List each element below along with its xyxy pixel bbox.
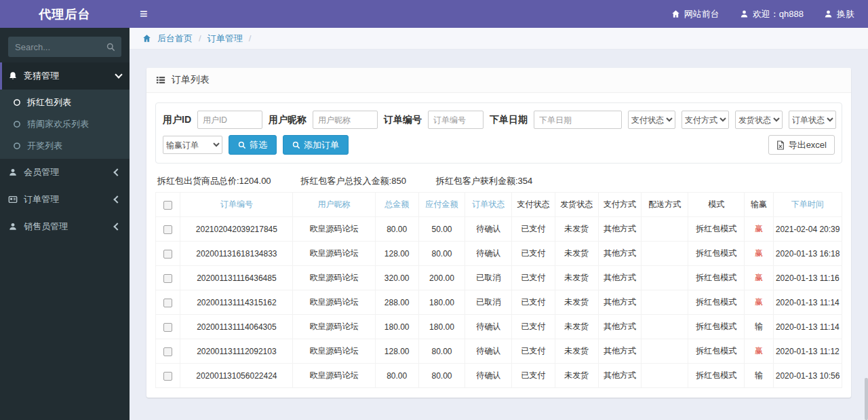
pay-status-cell: 已支付 <box>512 266 555 290</box>
table-row: 202102042039217845欧皇源码论坛80.0050.00待确认已支付… <box>156 217 842 242</box>
time-cell: 2020-01-13 10:56 <box>773 364 842 388</box>
column-header[interactable]: 订单状态 <box>465 193 512 217</box>
breadcrumb-home-link[interactable]: 后台首页 <box>157 33 193 45</box>
breadcrumb-current-link[interactable]: 订单管理 <box>208 33 243 45</box>
filter-row-2: 输赢订单 筛选 添加订单 <box>163 135 835 155</box>
search-icon[interactable] <box>100 37 121 57</box>
row-select-cell <box>156 339 180 364</box>
table-row: 202001131116436485欧皇源码论坛320.00200.00已取消已… <box>156 266 842 290</box>
sidebar-search <box>8 37 121 57</box>
row-checkbox[interactable] <box>163 274 172 283</box>
sidebar-item-guess-family-list[interactable]: 猜阖家欢乐列表 <box>0 113 130 135</box>
circle-o-icon <box>13 120 21 128</box>
row-select-cell <box>156 290 180 315</box>
order-date-input[interactable] <box>534 111 622 129</box>
time-cell: 2020-01-13 11:14 <box>773 315 842 339</box>
pay-method-cell: 其他方式 <box>598 242 642 266</box>
submenu-item-label: 拆红包列表 <box>27 96 71 109</box>
delivery-cell <box>642 266 688 290</box>
mode-cell: 拆红包模式 <box>688 315 745 339</box>
winlose-select[interactable]: 输赢订单 <box>163 136 222 154</box>
row-checkbox[interactable] <box>163 299 172 307</box>
filter-button[interactable]: 筛选 <box>229 135 277 155</box>
list-icon <box>156 75 165 85</box>
filter-row-1: 用户ID 用户昵称 订单编号 下单日期 支付状态 支付方式 <box>163 111 835 129</box>
pay-method-select[interactable]: 支付方式 <box>682 111 729 129</box>
pay-status-cell: 已支付 <box>512 242 555 266</box>
home-icon <box>142 34 151 43</box>
row-checkbox[interactable] <box>163 347 172 356</box>
nickname-cell: 欧皇源码论坛 <box>293 217 375 242</box>
export-excel-button[interactable]: 导出excel <box>768 135 835 155</box>
total-cell: 180.00 <box>375 315 418 339</box>
sidebar-item-label: 会员管理 <box>24 166 59 178</box>
summary-bar: 拆红包出货商品总价:1204.00 拆红包客户总投入金额:850 拆红包客户获利… <box>157 175 840 187</box>
ship-status-select[interactable]: 发货状态 <box>735 111 783 129</box>
delivery-cell <box>642 339 688 364</box>
sidebar-item-order-management[interactable]: 订单管理 <box>0 186 130 213</box>
sidebar-item-member-management[interactable]: 会员管理 <box>0 159 130 186</box>
time-cell: 2020-01-13 11:16 <box>773 266 842 290</box>
select-all-checkbox[interactable] <box>163 201 172 210</box>
winlose-cell: 输 <box>745 315 774 339</box>
search-input[interactable] <box>8 42 100 52</box>
sidebar-item-lottery-list[interactable]: 开奖列表 <box>0 135 130 157</box>
scrollbar-thumb[interactable] <box>865 378 868 420</box>
order-status-select[interactable]: 订单状态 <box>789 111 836 129</box>
panel-header: 订单列表 <box>146 68 851 93</box>
total-cell: 80.00 <box>375 364 418 388</box>
row-checkbox[interactable] <box>163 225 172 234</box>
column-header[interactable]: 应付金额 <box>418 193 465 217</box>
nickname-cell: 欧皇源码论坛 <box>293 290 375 315</box>
order-status-cell: 待确认 <box>465 364 512 388</box>
row-checkbox[interactable] <box>163 372 172 381</box>
nickname-input[interactable] <box>313 111 378 129</box>
change-skin-label: 换肤 <box>837 8 854 20</box>
user-id-input[interactable] <box>197 111 262 129</box>
brand-logo: 代理后台 <box>0 0 130 28</box>
order-status-cell: 已取消 <box>465 266 512 290</box>
summary-total-invest: 拆红包客户总投入金额:850 <box>301 175 406 187</box>
panel-title: 订单列表 <box>172 74 210 86</box>
circle-o-icon <box>13 98 21 107</box>
row-checkbox[interactable] <box>163 250 172 259</box>
welcome-label: 欢迎：qh888 <box>753 8 804 20</box>
mode-cell: 拆红包模式 <box>688 290 745 315</box>
add-order-button[interactable]: 添加订单 <box>283 135 349 155</box>
table-row: 202001131618134833欧皇源码论坛128.0080.00待确认已支… <box>156 242 842 266</box>
column-header[interactable]: 总金额 <box>375 193 418 217</box>
winlose-cell: 赢 <box>745 217 774 242</box>
column-header: 发货状态 <box>555 193 598 217</box>
search-icon <box>238 141 246 149</box>
sidebar-item-red-packet-list[interactable]: 拆红包列表 <box>0 92 130 113</box>
order-no-cell: 202001131618134833 <box>180 242 293 266</box>
sidebar-item-guess-management[interactable]: 竞猜管理 <box>0 62 130 90</box>
column-header[interactable]: 下单时间 <box>773 193 842 217</box>
order-list-panel: 订单列表 用户ID 用户昵称 订单编号 下单日期 支付状态 <box>146 68 851 398</box>
mode-cell: 拆红包模式 <box>688 217 745 242</box>
total-cell: 80.00 <box>375 217 418 242</box>
nickname-cell: 欧皇源码论坛 <box>293 315 375 339</box>
order-status-cell: 待确认 <box>465 339 512 364</box>
export-excel-label: 导出excel <box>789 139 827 151</box>
row-checkbox[interactable] <box>163 323 172 332</box>
change-skin-link[interactable]: 换肤 <box>824 0 854 28</box>
site-front-link[interactable]: 网站前台 <box>671 0 719 28</box>
winlose-cell: 输 <box>745 364 774 388</box>
order-no-input[interactable] <box>428 111 484 129</box>
sidebar-item-label: 竞猜管理 <box>24 70 59 82</box>
mode-cell: 拆红包模式 <box>688 242 745 266</box>
nickname-cell: 欧皇源码论坛 <box>293 266 375 290</box>
mode-cell: 拆红包模式 <box>688 339 745 364</box>
add-order-button-label: 添加订单 <box>304 139 339 151</box>
order-date-label: 下单日期 <box>490 114 528 126</box>
column-header[interactable]: 用户昵称 <box>293 193 375 217</box>
sidebar-toggle-icon[interactable]: ≡ <box>130 0 158 28</box>
main-content: 后台首页 / 订单管理 / 订单列表 用户ID 用户昵称 订单编号 <box>130 28 868 398</box>
column-header[interactable]: 订单编号 <box>180 193 293 217</box>
time-cell: 2020-01-13 11:12 <box>773 339 842 364</box>
pay-status-select[interactable]: 支付状态 <box>628 111 675 129</box>
welcome-user[interactable]: 欢迎：qh888 <box>740 0 804 28</box>
ship-status-cell: 未发货 <box>555 339 598 364</box>
sidebar-item-salesperson-management[interactable]: 销售员管理 <box>0 213 130 240</box>
